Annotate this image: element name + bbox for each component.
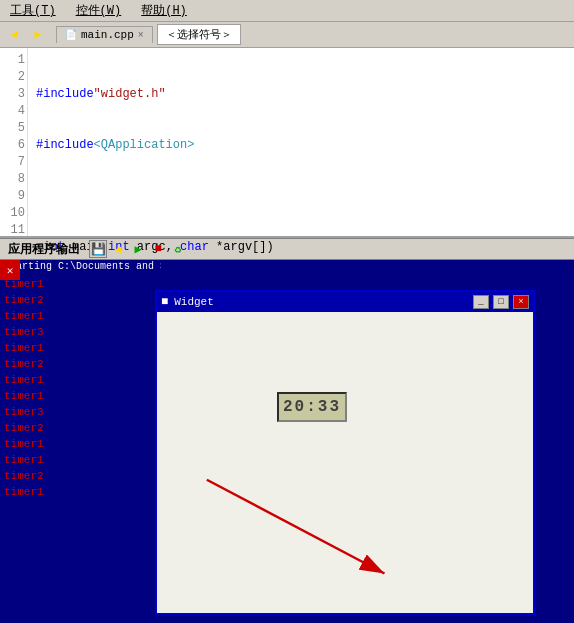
panel-forward-btn[interactable]: ▶	[129, 240, 147, 258]
timer-line-12: timer1	[4, 452, 161, 468]
menu-tools[interactable]: 工具(T)	[4, 0, 62, 21]
code-line-2: #include <QApplication>	[36, 137, 566, 154]
menubar: 工具(T) 控件(W) 帮助(H)	[0, 0, 574, 22]
timer-line-14: timer1	[4, 484, 161, 500]
svg-line-1	[207, 480, 385, 574]
panel-stop-btn[interactable]: ■	[149, 240, 167, 258]
menu-help[interactable]: 帮助(H)	[135, 0, 193, 21]
timer-line-2: timer2	[4, 292, 161, 308]
cpp-file-icon: 📄	[65, 29, 77, 41]
line-num-7: 7	[2, 154, 25, 171]
tab-close-btn[interactable]: ×	[138, 30, 144, 41]
line-num-11: 11	[2, 222, 25, 239]
tab-label: main.cpp	[81, 29, 134, 41]
timer-line-9: timer3	[4, 404, 161, 420]
timer-line-4: timer3	[4, 324, 161, 340]
output-start-line: Starting C:\Documents and Settings\Admin…	[4, 260, 161, 274]
widget-close-btn[interactable]: ×	[513, 295, 529, 309]
line-numbers: 1 2 3 4 5 6 7 8 9 10 11	[0, 48, 28, 236]
tab-area: 📄 main.cpp × ＜选择符号＞	[56, 24, 241, 45]
timer-line-7: timer1	[4, 372, 161, 388]
line-num-3: 3	[2, 86, 25, 103]
widget-window: ■ Widget _ □ × 20:33	[155, 290, 535, 615]
widget-restore-btn[interactable]: □	[493, 295, 509, 309]
line-num-5: 5	[2, 120, 25, 137]
code-editor: 1 2 3 4 5 6 7 8 9 10 11 #include "widget…	[0, 48, 574, 238]
timer-line-10: timer2	[4, 420, 161, 436]
panel-save-btn[interactable]: 💾	[89, 240, 107, 258]
widget-titlebar: ■ Widget _ □ ×	[157, 292, 533, 312]
arrow-indicator	[157, 312, 533, 613]
line-num-1: 1	[2, 52, 25, 69]
timer-line-6: timer2	[4, 356, 161, 372]
line-num-9: 9	[2, 188, 25, 205]
panel-back-btn[interactable]: ◀	[109, 240, 127, 258]
toolbar: ◀ ▶ 📄 main.cpp × ＜选择符号＞	[0, 22, 574, 48]
timer-line-1: timer1	[4, 274, 161, 292]
line-num-10: 10	[2, 205, 25, 222]
panel-clear-btn[interactable]: ♻	[169, 240, 187, 258]
output-area: ✕ Starting C:\Documents and Settings\Adm…	[0, 260, 574, 623]
code-content[interactable]: #include "widget.h" #include <QApplicati…	[28, 48, 574, 236]
menu-widgets[interactable]: 控件(W)	[70, 0, 128, 21]
widget-title: Widget	[174, 296, 469, 308]
line-num-8: 8	[2, 171, 25, 188]
widget-content: 20:33	[157, 312, 533, 613]
timer-line-8: timer1	[4, 388, 161, 404]
lcd-display: 20:33	[277, 392, 347, 422]
timer-line-13: timer2	[4, 468, 161, 484]
panel-title: 应用程序输出	[8, 241, 80, 258]
toolbar-back-btn[interactable]: ◀	[4, 25, 24, 45]
widget-minimize-btn[interactable]: _	[473, 295, 489, 309]
line-num-2: 2	[2, 69, 25, 86]
timer-line-3: timer1	[4, 308, 161, 324]
timer-line-5: timer1	[4, 340, 161, 356]
symbol-selector[interactable]: ＜选择符号＞	[157, 24, 241, 45]
line-num-6: 6	[2, 137, 25, 154]
line-num-4: 4	[2, 103, 25, 120]
timer-line-11: timer1	[4, 436, 161, 452]
code-line-1: #include "widget.h"	[36, 86, 566, 103]
output-text-panel: Starting C:\Documents and Settings\Admin…	[0, 260, 165, 623]
toolbar-forward-btn[interactable]: ▶	[28, 25, 48, 45]
console-close-btn[interactable]: ✕	[0, 260, 20, 280]
code-line-3	[36, 188, 566, 205]
tab-main-cpp[interactable]: 📄 main.cpp ×	[56, 26, 153, 43]
